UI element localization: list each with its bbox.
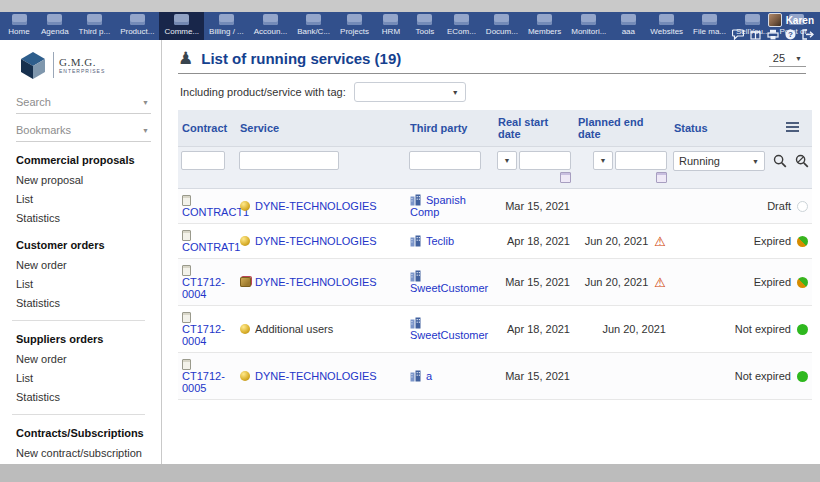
menu-third-parties[interactable]: Third p...: [74, 12, 116, 40]
menu-hrm[interactable]: HRM: [374, 12, 408, 40]
column-selector-icon[interactable]: [786, 122, 799, 132]
col-header-service[interactable]: Service: [236, 110, 406, 147]
service-link[interactable]: DYNE-TECHNOLOGIES: [255, 276, 377, 288]
products-icon: [130, 14, 145, 25]
svg-text:?: ?: [788, 30, 793, 39]
contract-link[interactable]: CT1712-0004: [182, 276, 225, 300]
service-link[interactable]: DYNE-TECHNOLOGIES: [255, 235, 377, 247]
sidebar-item-new-proposal[interactable]: New proposal: [16, 170, 151, 189]
contract-link[interactable]: CONTRAT1: [182, 241, 240, 253]
module-icon: [621, 14, 636, 25]
print-icon[interactable]: [767, 29, 779, 40]
warning-icon: ⚠: [654, 275, 666, 290]
end-date-operator-select[interactable]: ▼: [593, 151, 613, 170]
third-party-link[interactable]: SweetCustomer: [410, 329, 488, 341]
menu-billing[interactable]: Billing / ...: [204, 12, 249, 40]
planned-end-date: Jun 20, 2021: [585, 276, 649, 288]
menu-agenda[interactable]: Agenda: [36, 12, 74, 40]
service-icon: [240, 371, 250, 381]
menu-monitoring[interactable]: Monitori...: [566, 12, 611, 40]
company-icon: [410, 235, 422, 247]
service-icon: [240, 236, 250, 246]
menu-documents[interactable]: Docum...: [481, 12, 523, 40]
bank-icon: [306, 14, 321, 25]
sidebar-item-supplier-orders-list[interactable]: List: [16, 368, 151, 387]
sidebar-item-new-supplier-order[interactable]: New order: [16, 349, 151, 368]
real-start-date: Mar 15, 2021: [505, 276, 570, 288]
status-filter-value: Running: [679, 155, 720, 167]
company-logo[interactable]: G.M.G. ENTERPRISES: [18, 50, 151, 80]
status-label: Expired: [754, 276, 791, 288]
menu-projects[interactable]: Projects: [335, 12, 374, 40]
col-header-contract[interactable]: Contract: [178, 110, 236, 147]
col-header-third-party[interactable]: Third party: [406, 110, 494, 147]
search-label: Search: [16, 96, 51, 108]
company-icon: [410, 194, 422, 206]
gift-icon[interactable]: [750, 29, 761, 40]
contract-link[interactable]: CT1712-0005: [182, 370, 225, 394]
table-row: CONTRAT1 DYNE-TECHNOLOGIES Teclib Apr 18…: [178, 224, 812, 259]
third-party-link[interactable]: Teclib: [426, 235, 454, 247]
sidebar-item-orders-statistics[interactable]: Statistics: [16, 293, 151, 312]
contract-link[interactable]: CT1712-0004: [182, 323, 225, 347]
tag-filter-label: Including product/service with tag:: [180, 86, 346, 98]
menu-file-manager[interactable]: File ma...: [688, 12, 731, 40]
status-dot-expired: [797, 277, 808, 288]
menu-members[interactable]: Members: [523, 12, 566, 40]
status-filter-select[interactable]: Running ▼: [673, 151, 765, 171]
menu-home[interactable]: Home: [2, 12, 36, 40]
status-dot-not-expired: [797, 371, 808, 382]
menu-websites[interactable]: Websites: [645, 12, 688, 40]
col-header-real-start-date[interactable]: Real start date: [494, 110, 574, 147]
help-icon[interactable]: ?: [785, 29, 796, 40]
sidebar-item-orders-list[interactable]: List: [16, 274, 151, 293]
sidebar-bookmarks-dropdown[interactable]: Bookmarks ▼: [16, 118, 151, 142]
sidebar-item-proposals-statistics[interactable]: Statistics: [16, 208, 151, 227]
avatar[interactable]: [768, 13, 782, 27]
members-icon: [537, 14, 552, 25]
menu-products[interactable]: Product...: [115, 12, 159, 40]
service-filter-input[interactable]: [239, 151, 339, 170]
clear-filters-icon[interactable]: [795, 154, 809, 168]
third-party-filter-input[interactable]: [409, 151, 481, 170]
menu-bank[interactable]: Bank/C...: [292, 12, 335, 40]
billing-icon: [219, 14, 234, 25]
col-header-planned-end-date[interactable]: Planned end date: [574, 110, 670, 147]
company-icon: [410, 270, 422, 282]
start-date-operator-select[interactable]: ▼: [497, 151, 517, 170]
start-date-filter-input[interactable]: [519, 151, 571, 170]
menu-ecommerce[interactable]: ECom...: [442, 12, 481, 40]
service-link[interactable]: DYNE-TECHNOLOGIES: [255, 200, 377, 212]
sidebar-item-new-contract[interactable]: New contract/subscription: [16, 443, 151, 462]
menu-tools[interactable]: Tools: [408, 12, 442, 40]
user-name[interactable]: Karen: [786, 15, 814, 26]
table-row: CT1712-0005 DYNE-TECHNOLOGIES a Mar 15, …: [178, 353, 812, 400]
tag-filter-select[interactable]: ▼: [354, 82, 466, 102]
calendar-icon[interactable]: [560, 172, 571, 183]
planned-end-date: Jun 20, 2021: [585, 235, 649, 247]
commerce-icon: [174, 14, 189, 25]
sidebar-search-dropdown[interactable]: Search ▼: [16, 90, 151, 114]
chevron-down-icon: ▼: [600, 157, 607, 164]
sidebar-item-new-order[interactable]: New order: [16, 255, 151, 274]
third-party-link[interactable]: SweetCustomer: [410, 282, 488, 294]
end-date-filter-input[interactable]: [615, 151, 667, 170]
menu-accountancy[interactable]: Accoun...: [249, 12, 292, 40]
chevron-down-icon: ▼: [142, 127, 149, 134]
contract-filter-input[interactable]: [181, 151, 225, 170]
logout-icon[interactable]: [802, 29, 814, 40]
status-dot-draft: [797, 201, 808, 212]
sidebar-item-proposals-list[interactable]: List: [16, 189, 151, 208]
window-top-strip: [0, 0, 820, 12]
menu-aaa[interactable]: aaa: [611, 12, 645, 40]
service-link[interactable]: DYNE-TECHNOLOGIES: [255, 370, 377, 382]
menu-commerce[interactable]: Comme...: [159, 12, 204, 40]
sidebar-item-supplier-orders-statistics[interactable]: Statistics: [16, 387, 151, 406]
chat-icon[interactable]: [732, 29, 744, 40]
col-header-status[interactable]: Status: [670, 110, 782, 147]
third-party-link[interactable]: a: [426, 370, 432, 382]
websites-icon: [659, 14, 674, 25]
search-icon[interactable]: [773, 154, 787, 168]
page-size-select[interactable]: 25 ▼: [769, 50, 806, 67]
calendar-icon[interactable]: [656, 172, 667, 183]
